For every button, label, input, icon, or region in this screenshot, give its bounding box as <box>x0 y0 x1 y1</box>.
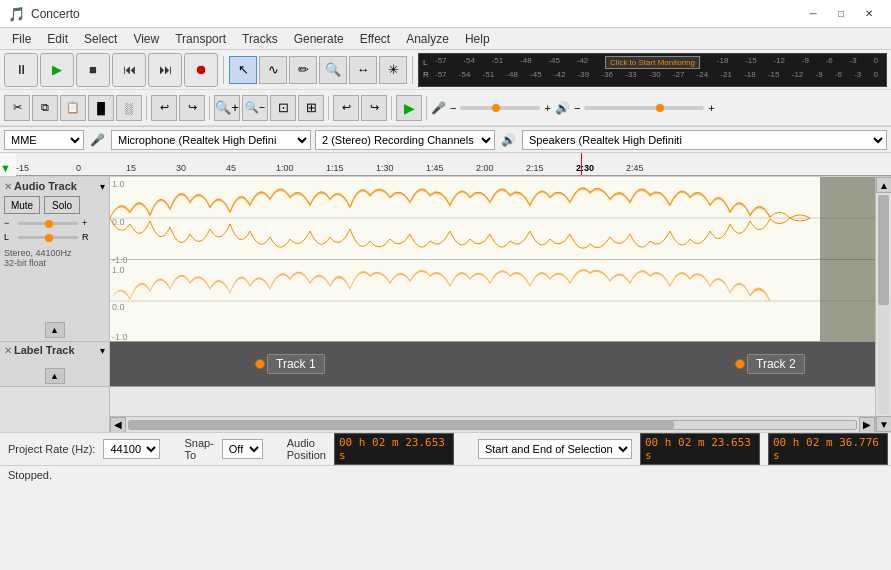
scroll-right-button[interactable]: ▶ <box>859 417 875 433</box>
zoom-sel-button[interactable]: ⊡ <box>270 95 296 121</box>
cut-button[interactable]: ✂ <box>4 95 30 121</box>
output-device-select[interactable]: Speakers (Realtek High Definiti <box>522 130 887 150</box>
out-plus[interactable]: + <box>706 102 716 114</box>
stop-button[interactable]: ■ <box>76 53 110 87</box>
track1-marker[interactable]: Track 1 <box>255 354 325 374</box>
redo-button[interactable]: ↪ <box>179 95 205 121</box>
close-button[interactable]: ✕ <box>855 4 883 24</box>
snap-to-select[interactable]: Off <box>222 439 263 459</box>
out-minus[interactable]: − <box>572 102 582 114</box>
app-icon: 🎵 <box>8 6 25 22</box>
record-button[interactable]: ⏺ <box>184 53 218 87</box>
audio-track-expand[interactable]: ▾ <box>100 181 105 192</box>
track2-marker[interactable]: Track 2 <box>735 354 805 374</box>
zoom-in-button[interactable]: 🔍+ <box>214 95 240 121</box>
output-volume-slider[interactable] <box>584 106 704 110</box>
audio-track-close[interactable]: ✕ <box>4 181 12 192</box>
status-text: Stopped. <box>8 469 52 481</box>
selection-type-select[interactable]: Start and End of Selection <box>478 439 632 459</box>
menu-edit[interactable]: Edit <box>39 30 76 48</box>
menu-help[interactable]: Help <box>457 30 498 48</box>
paste-button[interactable]: 📋 <box>60 95 86 121</box>
track-collapse-button[interactable]: ▲ <box>45 322 65 338</box>
play-at-end-button[interactable]: ▶ <box>396 95 422 121</box>
timeline-arrow[interactable]: ▼ <box>0 153 16 176</box>
zoom-fit-button[interactable]: ⊞ <box>298 95 324 121</box>
horizontal-scrollbar[interactable]: ◀ ▶ <box>110 416 875 432</box>
snap-to-label: Snap-To <box>184 437 213 461</box>
channels-select[interactable]: 2 (Stereo) Recording Channels <box>315 130 495 150</box>
vscroll-track[interactable] <box>878 195 889 414</box>
ruler-ticks[interactable]: -15 0 15 30 45 1:00 1:15 1:30 1:45 2:00 … <box>16 153 891 176</box>
status-bar: Stopped. <box>0 465 891 484</box>
tool-pencil[interactable]: ✏ <box>289 56 317 84</box>
minimize-button[interactable]: ─ <box>799 4 827 24</box>
project-rate-label: Project Rate (Hz): <box>8 443 95 455</box>
track1-pin[interactable] <box>255 359 265 369</box>
menu-bar: File Edit Select View Transport Tracks G… <box>0 28 891 50</box>
click-to-monitor-button[interactable]: Click to Start Monitoring <box>605 56 700 69</box>
track1-label[interactable]: Track 1 <box>267 354 325 374</box>
pause-button[interactable]: ⏸ <box>4 53 38 87</box>
selection-overlay <box>820 177 875 341</box>
track2-pin[interactable] <box>735 359 745 369</box>
project-rate-select[interactable]: 44100 <box>103 439 160 459</box>
scroll-down-button[interactable]: ▼ <box>876 416 891 432</box>
menu-view[interactable]: View <box>125 30 167 48</box>
play-button[interactable]: ▶ <box>40 53 74 87</box>
trim-button[interactable]: ▐▌ <box>88 95 114 121</box>
vol-plus[interactable]: + <box>542 102 552 114</box>
driver-select[interactable]: MME <box>4 130 84 150</box>
tool-timeshift[interactable]: ↔ <box>349 56 377 84</box>
vol-minus[interactable]: − <box>448 102 458 114</box>
mute-button[interactable]: Mute <box>4 196 40 214</box>
menu-file[interactable]: File <box>4 30 39 48</box>
menu-select[interactable]: Select <box>76 30 125 48</box>
label-track-expand[interactable]: ▾ <box>100 345 105 356</box>
meter-panel: L -57-54-51-48-45-42 Click to Start Moni… <box>418 53 887 87</box>
label-track-collapse-button[interactable]: ▲ <box>45 368 65 384</box>
undo-button[interactable]: ↩ <box>151 95 177 121</box>
solo-button[interactable]: Solo <box>44 196 80 214</box>
tool-envelope[interactable]: ∿ <box>259 56 287 84</box>
track-volume-slider[interactable] <box>18 222 78 225</box>
audio-waveform[interactable]: 1.0 0.0 -1.0 1.0 0.0 -1.0 <box>110 177 875 342</box>
menu-generate[interactable]: Generate <box>286 30 352 48</box>
scroll-track[interactable] <box>128 420 857 430</box>
menu-effect[interactable]: Effect <box>352 30 398 48</box>
track-pan-slider[interactable] <box>18 236 78 239</box>
tool-zoom[interactable]: 🔍 <box>319 56 347 84</box>
prev-button[interactable]: ⏮ <box>112 53 146 87</box>
scroll-left-button[interactable]: ◀ <box>110 417 126 433</box>
copy-button[interactable]: ⧉ <box>32 95 58 121</box>
zoom-out-button[interactable]: 🔍− <box>242 95 268 121</box>
menu-tracks[interactable]: Tracks <box>234 30 286 48</box>
track2-label[interactable]: Track 2 <box>747 354 805 374</box>
input-volume-slider[interactable] <box>460 106 540 110</box>
mic2-icon: 🎤 <box>90 133 105 147</box>
speaker-icon: 🔊 <box>555 101 570 115</box>
next-button[interactable]: ⏭ <box>148 53 182 87</box>
label-track-close[interactable]: ✕ <box>4 345 12 356</box>
undo2-button[interactable]: ↩ <box>333 95 359 121</box>
menu-transport[interactable]: Transport <box>167 30 234 48</box>
device-row: MME 🎤 Microphone (Realtek High Defini 2 … <box>0 127 891 153</box>
tool-multi[interactable]: ✳ <box>379 56 407 84</box>
tool-select[interactable]: ↖ <box>229 56 257 84</box>
label-track[interactable]: Track 1 Track 2 <box>110 342 875 387</box>
maximize-button[interactable]: □ <box>827 4 855 24</box>
input-device-select[interactable]: Microphone (Realtek High Defini <box>111 130 311 150</box>
silence-button[interactable]: ░ <box>116 95 142 121</box>
vscroll-thumb[interactable] <box>878 195 889 305</box>
scroll-thumb[interactable] <box>129 421 674 429</box>
pan-r-label: R <box>82 232 94 242</box>
vertical-scrollbar[interactable]: ▲ ▼ <box>875 177 891 432</box>
vol-label: − <box>4 218 16 228</box>
menu-analyze[interactable]: Analyze <box>398 30 457 48</box>
redo2-button[interactable]: ↪ <box>361 95 387 121</box>
audio-track-name: Audio Track <box>14 180 100 192</box>
bottom-controls: Project Rate (Hz): 44100 Snap-To Off Aud… <box>0 433 891 465</box>
audio-track-header: ✕ Audio Track ▾ Mute Solo − + L R <box>0 177 110 342</box>
scroll-up-button[interactable]: ▲ <box>876 177 891 193</box>
speaker2-icon: 🔊 <box>501 133 516 147</box>
